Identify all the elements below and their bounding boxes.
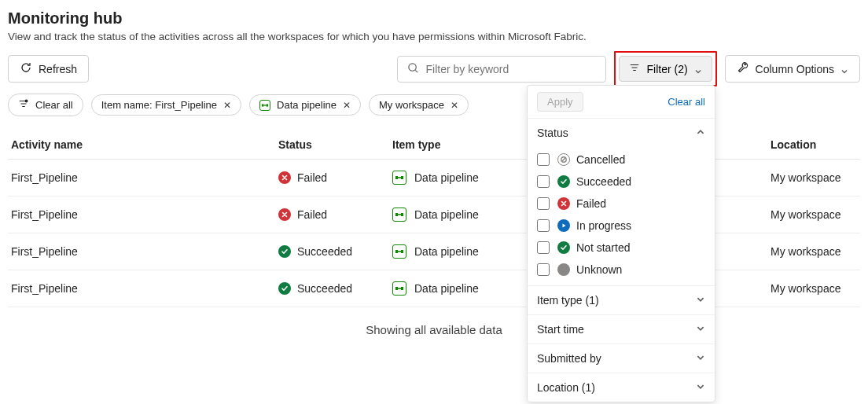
search-input-wrap[interactable] bbox=[397, 56, 606, 83]
search-icon bbox=[407, 62, 419, 76]
chip-label: My workspace bbox=[379, 99, 444, 111]
pipeline-icon bbox=[392, 244, 406, 259]
search-input[interactable] bbox=[425, 63, 596, 75]
filter-option-label: Unknown bbox=[576, 263, 622, 276]
filter-option-unknown[interactable]: Unknown bbox=[528, 259, 715, 281]
chip-label: Data pipeline bbox=[277, 99, 337, 111]
cell-status: Failed bbox=[275, 160, 389, 196]
refresh-icon bbox=[20, 61, 32, 76]
svg-rect-11 bbox=[395, 250, 398, 253]
status-failed-icon bbox=[557, 197, 570, 210]
refresh-button[interactable]: Refresh bbox=[8, 55, 89, 83]
col-activity-name[interactable]: Activity name bbox=[8, 130, 275, 160]
svg-rect-4 bbox=[263, 105, 266, 105]
checkbox[interactable] bbox=[537, 219, 550, 232]
chevron-down-icon bbox=[694, 65, 702, 73]
filter-section-status[interactable]: Status bbox=[528, 119, 715, 147]
cell-activity: First_Pipeline bbox=[8, 160, 275, 196]
filter-section-start-time[interactable]: Start time bbox=[528, 314, 715, 343]
checkbox[interactable] bbox=[537, 197, 550, 210]
itemtype-text: Data pipeline bbox=[414, 171, 479, 184]
filter-option-label: In progress bbox=[576, 219, 631, 232]
checkbox[interactable] bbox=[537, 263, 550, 276]
svg-rect-10 bbox=[398, 214, 401, 215]
filter-button[interactable]: Filter (2) bbox=[619, 56, 712, 82]
apply-button[interactable]: Apply bbox=[537, 92, 583, 112]
filter-option-succeeded[interactable]: Succeeded bbox=[528, 171, 715, 193]
itemtype-text: Data pipeline bbox=[414, 282, 479, 295]
filter-option-failed[interactable]: Failed bbox=[528, 193, 715, 215]
chip-item-name[interactable]: Item name: First_Pipeline ✕ bbox=[91, 94, 241, 116]
table-row[interactable]: First_Pipeline Succeeded Data pipeline 3… bbox=[8, 233, 860, 270]
filter-section-item-type-1[interactable]: Item type (1) bbox=[528, 285, 715, 314]
close-icon[interactable]: ✕ bbox=[343, 100, 351, 111]
svg-rect-9 bbox=[401, 213, 403, 216]
pipeline-icon bbox=[392, 281, 406, 296]
page-title: Monitoring hub bbox=[8, 9, 860, 28]
status-text: Succeeded bbox=[297, 282, 352, 295]
filter-label: Filter (2) bbox=[646, 63, 687, 75]
cell-status: Failed bbox=[275, 196, 389, 233]
status-inprogress-icon bbox=[557, 219, 570, 232]
clear-all-chip[interactable]: Clear all bbox=[8, 94, 83, 116]
pipeline-icon bbox=[392, 208, 406, 222]
filter-chips: Clear all Item name: First_Pipeline ✕ Da… bbox=[8, 94, 860, 116]
itemtype-text: Data pipeline bbox=[414, 245, 479, 258]
column-options-label: Column Options bbox=[756, 63, 834, 75]
filter-section-label: Item type (1) bbox=[537, 294, 599, 307]
table-row[interactable]: First_Pipeline Failed Data pipeline 4:15… bbox=[8, 196, 860, 233]
clear-all-link[interactable]: Clear all bbox=[668, 96, 705, 108]
itemtype-text: Data pipeline bbox=[414, 208, 479, 221]
checkbox[interactable] bbox=[537, 175, 550, 188]
filter-section-submitted-by[interactable]: Submitted by bbox=[528, 343, 715, 362]
col-status[interactable]: Status bbox=[275, 130, 389, 160]
chip-my-workspace[interactable]: My workspace ✕ bbox=[369, 94, 469, 116]
filter-option-label: Succeeded bbox=[576, 175, 631, 188]
svg-point-0 bbox=[409, 63, 416, 70]
refresh-label: Refresh bbox=[39, 63, 77, 75]
cell-activity: First_Pipeline bbox=[8, 196, 275, 233]
filter-option-notstarted[interactable]: Not started bbox=[528, 237, 715, 259]
cell-status: Succeeded bbox=[275, 233, 389, 270]
table-row[interactable]: First_Pipeline Failed Data pipeline 3:40… bbox=[8, 160, 860, 196]
filter-section-label: Status bbox=[537, 127, 568, 139]
status-notstarted-icon bbox=[557, 241, 570, 254]
activities-table: Activity name Status Item type Start tim… bbox=[8, 130, 860, 307]
status-text: Failed bbox=[297, 171, 327, 184]
filter-option-label: Not started bbox=[576, 241, 630, 254]
checkbox[interactable] bbox=[537, 241, 550, 254]
col-item-type[interactable]: Item type bbox=[389, 130, 531, 160]
column-options-button[interactable]: Column Options bbox=[725, 55, 860, 83]
col-location[interactable]: Location bbox=[739, 130, 860, 160]
svg-rect-6 bbox=[401, 176, 403, 179]
svg-point-1 bbox=[25, 100, 28, 103]
close-icon[interactable]: ✕ bbox=[451, 100, 458, 111]
svg-rect-3 bbox=[267, 104, 268, 106]
filter-option-inprogress[interactable]: In progress bbox=[528, 215, 715, 237]
filter-icon bbox=[629, 62, 640, 75]
chip-data-pipeline[interactable]: Data pipeline ✕ bbox=[249, 94, 361, 116]
svg-rect-5 bbox=[395, 176, 398, 179]
clear-all-label: Clear all bbox=[35, 99, 73, 111]
cell-location: My workspace bbox=[739, 233, 860, 270]
filter-button-highlight: Filter (2) bbox=[614, 51, 716, 86]
close-icon[interactable]: ✕ bbox=[223, 100, 231, 111]
chevron-up-icon bbox=[696, 127, 705, 139]
status-text: Failed bbox=[297, 208, 327, 221]
svg-rect-13 bbox=[398, 251, 401, 252]
cell-itemtype: Data pipeline bbox=[389, 196, 531, 233]
chevron-down-icon bbox=[696, 323, 705, 336]
cell-itemtype: Data pipeline bbox=[389, 160, 531, 196]
table-row[interactable]: First_Pipeline Succeeded Data pipeline 6… bbox=[8, 270, 860, 307]
filter-panel: Apply Clear all Status Cancelled Succeed… bbox=[527, 85, 715, 362]
cell-location: My workspace bbox=[739, 196, 860, 233]
status-cancelled-icon bbox=[557, 153, 570, 166]
page-subtitle: View and track the status of the activit… bbox=[8, 31, 860, 42]
checkbox[interactable] bbox=[537, 153, 550, 166]
filter-option-cancelled[interactable]: Cancelled bbox=[528, 149, 715, 171]
cell-itemtype: Data pipeline bbox=[389, 233, 531, 270]
footer-message: Showing all available data bbox=[8, 307, 860, 352]
status-failed-icon bbox=[278, 208, 291, 221]
status-succeeded-icon bbox=[278, 245, 291, 258]
chevron-down-icon bbox=[696, 294, 705, 307]
